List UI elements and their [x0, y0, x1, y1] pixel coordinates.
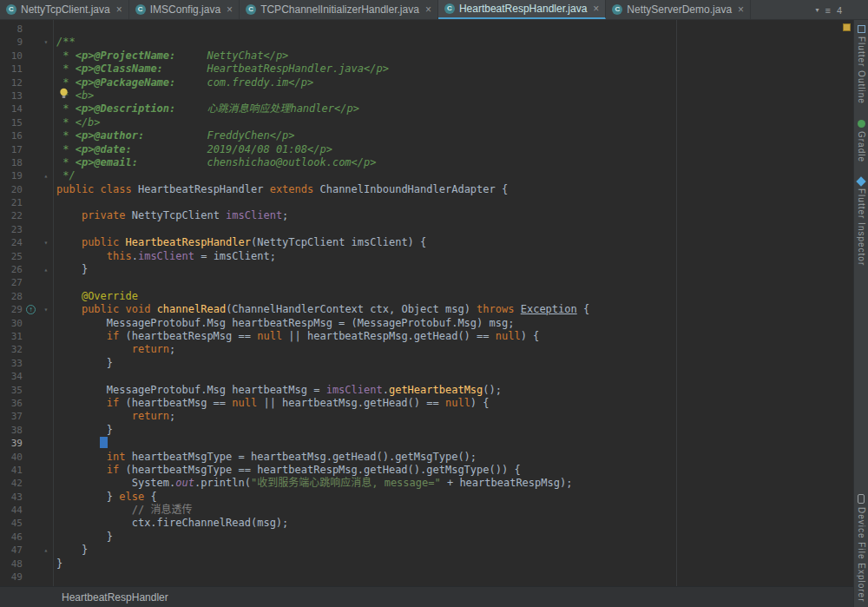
- line-number[interactable]: 18: [0, 156, 23, 169]
- line-number[interactable]: 39: [0, 437, 23, 450]
- line-number[interactable]: 11: [0, 63, 23, 76]
- close-tab-icon[interactable]: ×: [593, 3, 599, 14]
- intention-bulb-icon[interactable]: [58, 87, 69, 98]
- chevron-down-icon[interactable]: ▾: [815, 6, 819, 14]
- fold-marker[interactable]: ▾: [39, 303, 53, 316]
- code-line[interactable]: 42 System.out.println("收到服务端心跳响应消息, mess…: [0, 477, 853, 490]
- code-line[interactable]: 37 return;: [0, 410, 853, 423]
- line-number[interactable]: 22: [0, 209, 23, 222]
- line-number[interactable]: 14: [0, 102, 23, 115]
- code-line[interactable]: 30 MessageProtobuf.Msg heartbeatRespMsg …: [0, 317, 853, 330]
- code-line[interactable]: 8: [0, 23, 853, 36]
- line-number[interactable]: 48: [0, 558, 23, 571]
- close-tab-icon[interactable]: ×: [738, 4, 744, 15]
- code-line[interactable]: 24▾ public HeartbeatRespHandler(NettyTcp…: [0, 236, 853, 249]
- line-number[interactable]: 43: [0, 491, 23, 504]
- line-number[interactable]: 31: [0, 330, 23, 343]
- code-line[interactable]: 11 * <p>@ClassName: HeartbeatRespHandler…: [0, 63, 853, 76]
- line-number[interactable]: 33: [0, 357, 23, 370]
- code-line[interactable]: 20public class HeartbeatRespHandler exte…: [0, 183, 853, 196]
- code-line[interactable]: 25 this.imsClient = imsClient;: [0, 250, 853, 263]
- line-number[interactable]: 36: [0, 397, 23, 410]
- code-line[interactable]: 12 * <p>@PackageName: com.freddy.im</p>: [0, 76, 853, 89]
- line-number[interactable]: 44: [0, 504, 23, 517]
- hidden-tabs-count[interactable]: 4: [837, 5, 842, 16]
- code-line[interactable]: 39: [0, 437, 853, 450]
- inspection-warning-marker[interactable]: [843, 23, 851, 31]
- code-line[interactable]: 13 * <b>: [0, 89, 853, 102]
- code-line[interactable]: 27: [0, 276, 853, 289]
- code-line[interactable]: 26▴ }: [0, 263, 853, 276]
- line-number[interactable]: 47: [0, 544, 23, 557]
- line-number[interactable]: 40: [0, 451, 23, 464]
- fold-marker[interactable]: ▾: [39, 236, 53, 249]
- code-line[interactable]: 10 * <p>@ProjectName: NettyChat</p>: [0, 49, 853, 63]
- code-line[interactable]: 46 }: [0, 531, 853, 544]
- editor-tab[interactable]: CIMSConfig.java×: [129, 0, 240, 19]
- tool-button-device-file-explorer[interactable]: Device File Explorer: [857, 494, 866, 602]
- line-number[interactable]: 15: [0, 116, 23, 129]
- line-number[interactable]: 24: [0, 236, 23, 249]
- line-number[interactable]: 20: [0, 183, 23, 196]
- code-line[interactable]: 40 int heartbeatMsgType = heartbeatMsg.g…: [0, 451, 853, 464]
- line-number[interactable]: 27: [0, 276, 23, 289]
- code-line[interactable]: 35 MessageProtobuf.Msg heartbeatMsg = im…: [0, 384, 853, 397]
- line-number[interactable]: 19: [0, 169, 23, 182]
- code-line[interactable]: 29↑▾ public void channelRead(ChannelHand…: [0, 303, 853, 316]
- code-line[interactable]: 15 * </b>: [0, 116, 853, 129]
- code-line[interactable]: 45 ctx.fireChannelRead(msg);: [0, 517, 853, 530]
- tool-button-flutter-inspector[interactable]: Flutter Inspector: [857, 178, 866, 266]
- line-number[interactable]: 49: [0, 571, 23, 584]
- code-line[interactable]: 14 * <p>@Description: 心跳消息响应处理handler</p…: [0, 102, 853, 115]
- editor-tab[interactable]: CNettyServerDemo.java×: [606, 0, 751, 19]
- code-line[interactable]: 16 * <p>@author: FreddyChen</p>: [0, 129, 853, 142]
- line-number[interactable]: 28: [0, 290, 23, 303]
- line-number[interactable]: 25: [0, 250, 23, 263]
- close-tab-icon[interactable]: ×: [227, 4, 233, 15]
- close-tab-icon[interactable]: ×: [116, 4, 122, 15]
- code-line[interactable]: 41 if (heartbeatMsgType == heartbeatResp…: [0, 464, 853, 477]
- line-number[interactable]: 23: [0, 223, 23, 236]
- line-number[interactable]: 16: [0, 129, 23, 142]
- fold-marker[interactable]: ▾: [39, 36, 53, 49]
- line-number[interactable]: 41: [0, 464, 23, 477]
- line-number[interactable]: 34: [0, 370, 23, 383]
- code-line[interactable]: 17 * <p>@date: 2019/04/08 01:08</p>: [0, 143, 853, 156]
- code-line[interactable]: 34: [0, 370, 853, 383]
- line-number[interactable]: 21: [0, 196, 23, 209]
- code-line[interactable]: 9▾/**: [0, 36, 853, 49]
- tool-button-gradle[interactable]: Gradle: [857, 120, 866, 162]
- line-number[interactable]: 42: [0, 477, 23, 490]
- line-number[interactable]: 8: [0, 23, 23, 36]
- line-number[interactable]: 29: [0, 303, 23, 316]
- line-number[interactable]: 12: [0, 76, 23, 89]
- editor-tab[interactable]: CNettyTcpClient.java×: [0, 0, 129, 19]
- code-line[interactable]: 47▴ }: [0, 544, 853, 557]
- line-number[interactable]: 9: [0, 36, 23, 49]
- close-tab-icon[interactable]: ×: [425, 4, 431, 15]
- code-line[interactable]: 38 }: [0, 424, 853, 437]
- override-method-icon[interactable]: ↑: [23, 303, 39, 316]
- code-line[interactable]: 31 if (heartbeatRespMsg == null || heart…: [0, 330, 853, 343]
- editor-tab[interactable]: CHeartbeatRespHandler.java×: [438, 0, 606, 19]
- code-editor[interactable]: 89▾/**10 * <p>@ProjectName: NettyChat</p…: [0, 20, 853, 586]
- tool-button-flutter-outline[interactable]: Flutter Outline: [857, 25, 866, 104]
- line-number[interactable]: 17: [0, 143, 23, 156]
- fold-marker[interactable]: ▴: [39, 263, 53, 276]
- line-number[interactable]: 32: [0, 343, 23, 356]
- line-number[interactable]: 26: [0, 263, 23, 276]
- hidden-tabs-list-icon[interactable]: ≡: [825, 5, 830, 16]
- breadcrumb-item[interactable]: HeartbeatRespHandler: [62, 591, 168, 604]
- code-line[interactable]: 48}: [0, 558, 853, 571]
- editor-tab[interactable]: CTCPChannelInitializerHandler.java×: [240, 0, 438, 19]
- code-line[interactable]: 21: [0, 196, 853, 209]
- code-line[interactable]: 19▴ */: [0, 169, 853, 182]
- line-number[interactable]: 13: [0, 89, 23, 102]
- code-line[interactable]: 43 } else {: [0, 491, 853, 504]
- code-line[interactable]: 22 private NettyTcpClient imsClient;: [0, 209, 853, 222]
- code-line[interactable]: 32 return;: [0, 343, 853, 356]
- line-number[interactable]: 30: [0, 317, 23, 330]
- line-number[interactable]: 38: [0, 424, 23, 437]
- line-number[interactable]: 46: [0, 531, 23, 544]
- fold-marker[interactable]: ▴: [39, 169, 53, 182]
